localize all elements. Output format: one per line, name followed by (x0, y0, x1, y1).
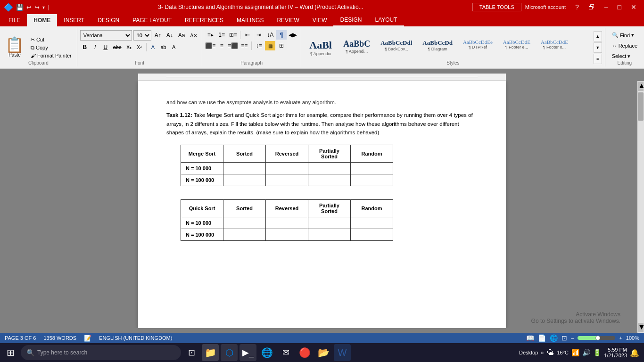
bullets-btn[interactable]: ≡▸ (205, 30, 215, 40)
quick-row0-col2[interactable] (266, 217, 308, 229)
quick-row1-col1[interactable] (223, 229, 266, 240)
replace-button[interactable]: ↔ Replace (609, 41, 640, 50)
select-button[interactable]: Select ▾ (609, 51, 640, 61)
proofing-icon[interactable]: 📝 (84, 335, 91, 342)
line-spacing-btn[interactable]: ↕≡ (254, 41, 264, 50)
word-count[interactable]: 1358 WORDS (43, 335, 76, 341)
taskbar-terminal[interactable]: ▶_ (239, 344, 256, 361)
font-size-select[interactable]: 10 11 12 (133, 30, 151, 41)
paste-button[interactable]: 📋 Paste (2, 29, 27, 66)
tab-view[interactable]: VIEW (306, 14, 334, 26)
merge-row1-col4[interactable] (351, 174, 393, 186)
scroll-down-arrow[interactable]: ▼ (638, 323, 639, 328)
style-item-diagram[interactable]: AaBbCcDd ¶ Diagram (418, 37, 457, 58)
format-painter-button[interactable]: 🖌 Format Painter (29, 52, 73, 59)
page-container[interactable]: and how can we use the asymptote analysi… (5, 81, 639, 328)
taskbar-chevron[interactable]: » (541, 350, 544, 355)
superscript-button[interactable]: X² (135, 42, 144, 52)
quick-row1-col2[interactable] (266, 229, 308, 240)
quick-row0-col3[interactable] (308, 217, 351, 229)
merge-row1-col2[interactable] (266, 174, 308, 186)
font-color-btn[interactable]: A (169, 42, 179, 52)
quick-row0-col1[interactable] (223, 217, 266, 229)
tab-design[interactable]: DESIGN (91, 14, 126, 26)
tab-references[interactable]: REFERENCES (178, 14, 230, 26)
styles-scroll-up-btn[interactable]: ▲ (594, 31, 602, 41)
decrease-font-btn[interactable]: A↓ (165, 30, 175, 41)
zoom-in-btn[interactable]: + (619, 335, 622, 341)
quick-row0-col4[interactable] (351, 217, 393, 229)
page-count[interactable]: PAGE 3 OF 6 (5, 335, 36, 341)
style-item-footer-o[interactable]: AaBbCcDdE ¶ Footer o... (537, 37, 572, 58)
taskbar-mail[interactable]: ✉ (277, 344, 294, 361)
para-more-btn[interactable]: ◀▶ (288, 30, 298, 40)
merge-row0-col4[interactable] (351, 162, 393, 174)
text-highlight-btn[interactable]: ab (159, 42, 168, 52)
quick-access-redo[interactable]: ↪ (34, 4, 40, 11)
scroll-up-arrow[interactable]: ▲ (638, 82, 639, 91)
borders-btn[interactable]: ⊞ (276, 41, 287, 50)
taskbar-vscode[interactable]: ⬡ (221, 344, 238, 361)
justify-btn[interactable]: ≡≡ (239, 41, 249, 50)
focus-mode-icon[interactable]: ⊡ (561, 334, 567, 342)
change-case-btn[interactable]: Aa (176, 30, 187, 41)
sort-btn[interactable]: ↕A (265, 30, 275, 40)
taskbar-chrome[interactable]: 🔴 (296, 344, 313, 361)
italic-button[interactable]: I (91, 42, 100, 52)
merge-row1-col1[interactable] (223, 174, 266, 186)
styles-scroll-expand-btn[interactable]: ≡ (594, 54, 602, 64)
increase-indent-btn[interactable]: ⇥ (254, 30, 264, 40)
tab-table-design[interactable]: DESIGN (333, 14, 368, 26)
tab-review[interactable]: REVIEW (270, 14, 305, 26)
style-item-appendix[interactable]: AaBl ¶ Appendix (304, 37, 337, 58)
subscript-button[interactable]: X₂ (124, 42, 134, 52)
scroll-thumb[interactable] (638, 92, 639, 121)
zoom-level[interactable]: 100% (626, 335, 639, 341)
help-button[interactable]: ? (571, 2, 583, 12)
merge-row1-col3[interactable] (308, 174, 351, 186)
zoom-out-btn[interactable]: – (571, 335, 574, 341)
quick-access-more[interactable]: ▾ (42, 5, 45, 10)
underline-button[interactable]: U (101, 42, 110, 52)
close-button[interactable]: ✕ (627, 2, 640, 12)
style-item-appendix2[interactable]: AaBbC ¶ Appendi... (339, 37, 374, 58)
align-center-btn[interactable]: ≡ (216, 41, 227, 50)
merge-row0-col3[interactable] (308, 162, 351, 174)
document-page[interactable]: and how can we use the asymptote analysi… (138, 81, 506, 328)
tab-home[interactable]: HOME (27, 14, 57, 26)
increase-font-btn[interactable]: A↑ (153, 30, 163, 41)
restore-button[interactable]: 🗗 (585, 2, 599, 12)
task-view-btn[interactable]: ⊡ (183, 344, 200, 361)
start-button[interactable]: ⊞ (2, 344, 19, 361)
merge-row0-col1[interactable] (223, 162, 266, 174)
bold-button[interactable]: B (80, 42, 90, 52)
cut-button[interactable]: ✂ Cut (29, 36, 73, 43)
find-button[interactable]: 🔍 Find ▾ (609, 30, 640, 40)
align-right-btn[interactable]: ≡⬛ (228, 41, 238, 50)
taskbar-files[interactable]: 📂 (315, 344, 332, 361)
tab-page-layout[interactable]: PAGE LAYOUT (126, 14, 178, 26)
decrease-indent-btn[interactable]: ⇤ (242, 30, 253, 40)
style-item-dtpref[interactable]: AaBbCcDdEe ¶ DTPRef (459, 37, 497, 58)
web-layout-icon[interactable]: 🌐 (550, 334, 558, 342)
time-display[interactable]: 5:59 PM 1/21/2023 (604, 347, 627, 358)
minimize-button[interactable]: – (601, 2, 612, 12)
strikethrough-button[interactable]: abc (111, 42, 124, 52)
tab-mailings[interactable]: MAILINGS (230, 14, 270, 26)
copy-button[interactable]: ⧉ Copy (29, 44, 73, 51)
font-name-select[interactable]: Verdana (80, 30, 132, 41)
style-item-footer-e[interactable]: AaBbCcDdE ¶ Footer e... (499, 37, 535, 58)
text-effect-btn[interactable]: A (149, 42, 158, 52)
clear-format-btn[interactable]: A✕ (188, 30, 199, 41)
quick-access-undo[interactable]: ↩ (26, 4, 32, 11)
print-layout-icon[interactable]: 📄 (538, 334, 546, 342)
align-left-btn[interactable]: ⬛≡ (205, 41, 215, 50)
merge-row0-col2[interactable] (266, 162, 308, 174)
styles-scroll-down-btn[interactable]: ▼ (594, 42, 602, 53)
taskbar-explorer[interactable]: 📁 (202, 344, 219, 361)
quick-row1-col3[interactable] (308, 229, 351, 240)
numbering-btn[interactable]: 1≡ (216, 30, 227, 40)
taskbar-search[interactable]: 🔍 Type here to search (21, 345, 181, 360)
tab-file[interactable]: FILE (2, 14, 27, 26)
quick-row1-col4[interactable] (351, 229, 393, 240)
